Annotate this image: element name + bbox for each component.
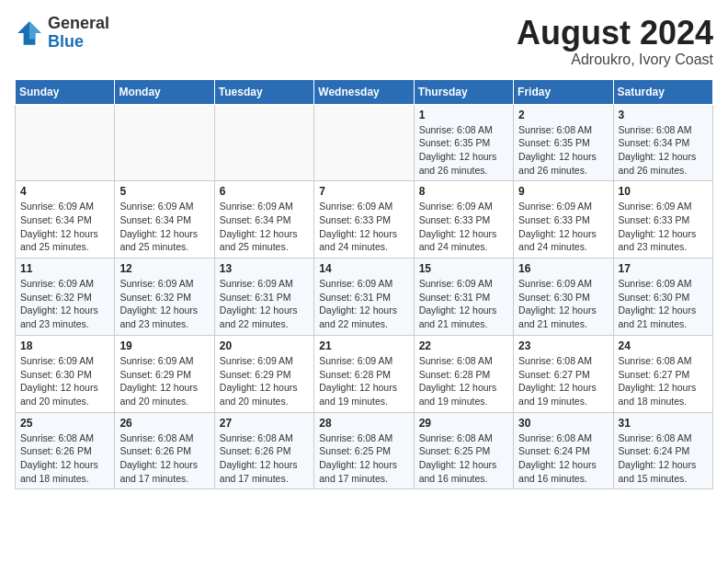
day-number: 4	[20, 185, 109, 198]
day-info: Sunrise: 6:09 AM Sunset: 6:30 PM Dayligh…	[20, 354, 109, 408]
day-info: Sunrise: 6:09 AM Sunset: 6:31 PM Dayligh…	[419, 277, 508, 331]
logo: General Blue	[15, 15, 109, 52]
calendar-cell	[314, 104, 414, 181]
day-info: Sunrise: 6:08 AM Sunset: 6:26 PM Dayligh…	[20, 431, 109, 486]
calendar-cell: 15Sunrise: 6:09 AM Sunset: 6:31 PM Dayli…	[414, 259, 513, 336]
day-number: 6	[220, 185, 309, 198]
calendar-header: SundayMondayTuesdayWednesdayThursdayFrid…	[16, 79, 713, 104]
title-block: August 2024 Adroukro, Ivory Coast	[517, 15, 713, 68]
calendar-week-row: 4Sunrise: 6:09 AM Sunset: 6:34 PM Daylig…	[16, 181, 713, 259]
logo-general-text: General	[48, 14, 109, 32]
day-number: 13	[220, 262, 309, 275]
day-number: 3	[619, 109, 708, 121]
calendar-cell	[214, 104, 313, 181]
calendar-cell	[16, 104, 115, 181]
calendar-cell: 23Sunrise: 6:08 AM Sunset: 6:27 PM Dayli…	[514, 335, 613, 412]
day-info: Sunrise: 6:08 AM Sunset: 6:26 PM Dayligh…	[220, 431, 309, 486]
day-info: Sunrise: 6:09 AM Sunset: 6:29 PM Dayligh…	[119, 354, 209, 408]
weekday-header: Wednesday	[314, 79, 414, 104]
day-number: 10	[619, 185, 708, 198]
calendar-cell: 29Sunrise: 6:08 AM Sunset: 6:25 PM Dayli…	[414, 412, 513, 489]
day-info: Sunrise: 6:09 AM Sunset: 6:34 PM Dayligh…	[119, 200, 209, 254]
day-number: 5	[119, 185, 209, 198]
day-info: Sunrise: 6:08 AM Sunset: 6:24 PM Dayligh…	[619, 431, 708, 486]
day-number: 25	[20, 417, 109, 430]
calendar-week-row: 1Sunrise: 6:08 AM Sunset: 6:35 PM Daylig…	[16, 104, 713, 181]
calendar-cell: 10Sunrise: 6:09 AM Sunset: 6:33 PM Dayli…	[613, 181, 712, 259]
calendar-cell: 8Sunrise: 6:09 AM Sunset: 6:33 PM Daylig…	[414, 181, 513, 259]
calendar-cell: 16Sunrise: 6:09 AM Sunset: 6:30 PM Dayli…	[514, 259, 613, 336]
day-number: 15	[419, 262, 508, 275]
calendar-cell: 14Sunrise: 6:09 AM Sunset: 6:31 PM Dayli…	[314, 259, 414, 336]
calendar-week-row: 25Sunrise: 6:08 AM Sunset: 6:26 PM Dayli…	[16, 412, 713, 489]
calendar-cell: 26Sunrise: 6:08 AM Sunset: 6:26 PM Dayli…	[115, 412, 214, 489]
calendar-cell: 21Sunrise: 6:09 AM Sunset: 6:28 PM Dayli…	[314, 335, 414, 412]
weekday-header: Thursday	[414, 79, 513, 104]
calendar-body: 1Sunrise: 6:08 AM Sunset: 6:35 PM Daylig…	[16, 104, 713, 489]
day-number: 20	[220, 339, 309, 352]
calendar-cell: 22Sunrise: 6:08 AM Sunset: 6:28 PM Dayli…	[414, 335, 513, 412]
day-info: Sunrise: 6:09 AM Sunset: 6:33 PM Dayligh…	[518, 200, 608, 254]
day-number: 23	[518, 339, 608, 352]
calendar-week-row: 11Sunrise: 6:09 AM Sunset: 6:32 PM Dayli…	[16, 259, 713, 336]
calendar-cell: 1Sunrise: 6:08 AM Sunset: 6:35 PM Daylig…	[414, 104, 513, 181]
day-number: 21	[319, 339, 408, 352]
logo-blue-text: Blue	[48, 32, 84, 51]
day-info: Sunrise: 6:08 AM Sunset: 6:27 PM Dayligh…	[619, 354, 708, 408]
day-number: 31	[619, 417, 708, 430]
calendar-cell: 12Sunrise: 6:09 AM Sunset: 6:32 PM Dayli…	[115, 259, 214, 336]
calendar-subtitle: Adroukro, Ivory Coast	[517, 52, 713, 68]
weekday-row: SundayMondayTuesdayWednesdayThursdayFrid…	[16, 79, 713, 104]
day-number: 28	[319, 417, 408, 430]
logo-icon	[15, 18, 44, 48]
calendar-cell: 17Sunrise: 6:09 AM Sunset: 6:30 PM Dayli…	[613, 259, 712, 336]
day-number: 8	[419, 185, 508, 198]
day-number: 26	[119, 417, 209, 430]
page-header: General Blue August 2024 Adroukro, Ivory…	[15, 15, 713, 68]
day-number: 12	[119, 262, 209, 275]
day-number: 7	[319, 185, 408, 198]
calendar-cell: 3Sunrise: 6:08 AM Sunset: 6:34 PM Daylig…	[613, 104, 712, 181]
day-info: Sunrise: 6:09 AM Sunset: 6:28 PM Dayligh…	[319, 354, 408, 408]
svg-marker-1	[29, 21, 41, 39]
calendar-cell: 6Sunrise: 6:09 AM Sunset: 6:34 PM Daylig…	[214, 181, 313, 259]
day-number: 16	[518, 262, 608, 275]
calendar-cell	[115, 104, 214, 181]
calendar-cell: 19Sunrise: 6:09 AM Sunset: 6:29 PM Dayli…	[115, 335, 214, 412]
day-number: 22	[419, 339, 508, 352]
day-number: 27	[220, 417, 309, 430]
day-info: Sunrise: 6:09 AM Sunset: 6:34 PM Dayligh…	[220, 200, 309, 254]
day-info: Sunrise: 6:09 AM Sunset: 6:33 PM Dayligh…	[419, 200, 508, 254]
calendar-cell: 20Sunrise: 6:09 AM Sunset: 6:29 PM Dayli…	[214, 335, 313, 412]
day-number: 14	[319, 262, 408, 275]
calendar-cell: 27Sunrise: 6:08 AM Sunset: 6:26 PM Dayli…	[214, 412, 313, 489]
calendar-cell: 5Sunrise: 6:09 AM Sunset: 6:34 PM Daylig…	[115, 181, 214, 259]
weekday-header: Friday	[514, 79, 613, 104]
day-info: Sunrise: 6:09 AM Sunset: 6:34 PM Dayligh…	[20, 200, 109, 254]
day-info: Sunrise: 6:09 AM Sunset: 6:30 PM Dayligh…	[619, 277, 708, 331]
day-info: Sunrise: 6:08 AM Sunset: 6:28 PM Dayligh…	[419, 354, 508, 408]
day-number: 9	[518, 185, 608, 198]
day-info: Sunrise: 6:08 AM Sunset: 6:24 PM Dayligh…	[518, 431, 608, 486]
calendar-week-row: 18Sunrise: 6:09 AM Sunset: 6:30 PM Dayli…	[16, 335, 713, 412]
day-info: Sunrise: 6:08 AM Sunset: 6:35 PM Dayligh…	[419, 123, 508, 178]
weekday-header: Monday	[115, 79, 214, 104]
day-number: 11	[20, 262, 109, 275]
calendar-cell: 2Sunrise: 6:08 AM Sunset: 6:35 PM Daylig…	[514, 104, 613, 181]
day-number: 29	[419, 417, 508, 430]
day-info: Sunrise: 6:09 AM Sunset: 6:31 PM Dayligh…	[319, 277, 408, 331]
day-info: Sunrise: 6:09 AM Sunset: 6:31 PM Dayligh…	[220, 277, 309, 331]
day-number: 2	[518, 109, 608, 121]
day-info: Sunrise: 6:08 AM Sunset: 6:25 PM Dayligh…	[419, 431, 508, 486]
day-number: 17	[619, 262, 708, 275]
day-info: Sunrise: 6:08 AM Sunset: 6:27 PM Dayligh…	[518, 354, 608, 408]
day-number: 24	[619, 339, 708, 352]
day-number: 19	[119, 339, 209, 352]
calendar-cell: 13Sunrise: 6:09 AM Sunset: 6:31 PM Dayli…	[214, 259, 313, 336]
day-info: Sunrise: 6:08 AM Sunset: 6:26 PM Dayligh…	[119, 431, 209, 486]
calendar-cell: 7Sunrise: 6:09 AM Sunset: 6:33 PM Daylig…	[314, 181, 414, 259]
day-info: Sunrise: 6:09 AM Sunset: 6:32 PM Dayligh…	[20, 277, 109, 331]
day-info: Sunrise: 6:09 AM Sunset: 6:29 PM Dayligh…	[220, 354, 309, 408]
day-info: Sunrise: 6:09 AM Sunset: 6:33 PM Dayligh…	[319, 200, 408, 254]
calendar-cell: 11Sunrise: 6:09 AM Sunset: 6:32 PM Dayli…	[16, 259, 115, 336]
